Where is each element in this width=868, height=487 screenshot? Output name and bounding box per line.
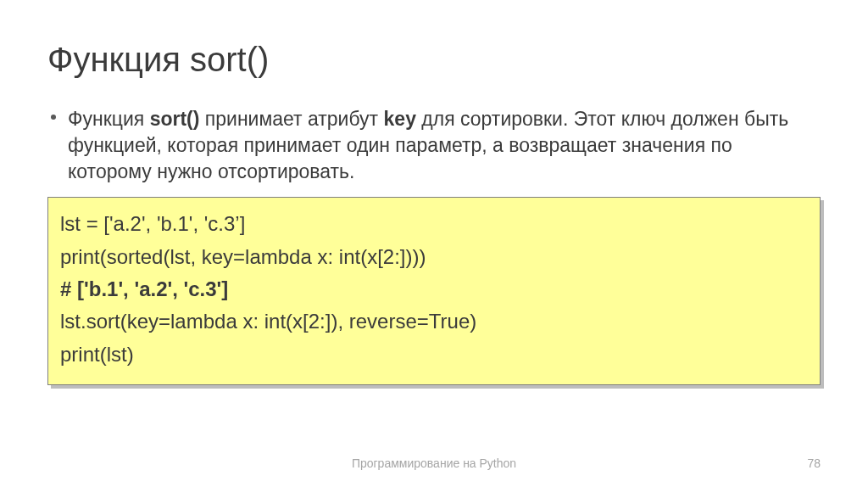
code-line-1: lst = ['a.2', 'b.1', 'c.3’] bbox=[60, 208, 808, 240]
footer: Программирование на Python bbox=[0, 456, 868, 470]
code-line-4: lst.sort(key=lambda x: int(x[2:]), rever… bbox=[60, 305, 808, 338]
slide: Функция sort() Функция sort() принимает … bbox=[0, 0, 868, 487]
code-box: lst = ['a.2', 'b.1', 'c.3’] print(sorted… bbox=[47, 197, 821, 385]
bullet-text-pre: Функция bbox=[68, 108, 150, 130]
code-box-inner: lst = ['a.2', 'b.1', 'c.3’] print(sorted… bbox=[47, 197, 821, 385]
code-line-5: print(lst) bbox=[60, 339, 808, 371]
footer-text: Программирование на Python bbox=[0, 456, 868, 470]
page-number: 78 bbox=[807, 456, 821, 470]
bullet-text: Функция sort() принимает атрибут key для… bbox=[68, 106, 821, 185]
bullet-dot-icon bbox=[51, 115, 56, 120]
code-line-2: print(sorted(lst, key=lambda x: int(x[2:… bbox=[60, 241, 808, 273]
bullet-text-b2: key bbox=[384, 108, 416, 130]
code-line-3: # ['b.1', 'a.2', 'c.3'] bbox=[60, 273, 808, 305]
slide-title: Функция sort() bbox=[47, 41, 821, 79]
bullet-item: Функция sort() принимает атрибут key для… bbox=[47, 106, 821, 185]
bullet-text-mid1: принимает атрибут bbox=[199, 108, 383, 130]
bullet-text-b1: sort() bbox=[150, 108, 200, 130]
